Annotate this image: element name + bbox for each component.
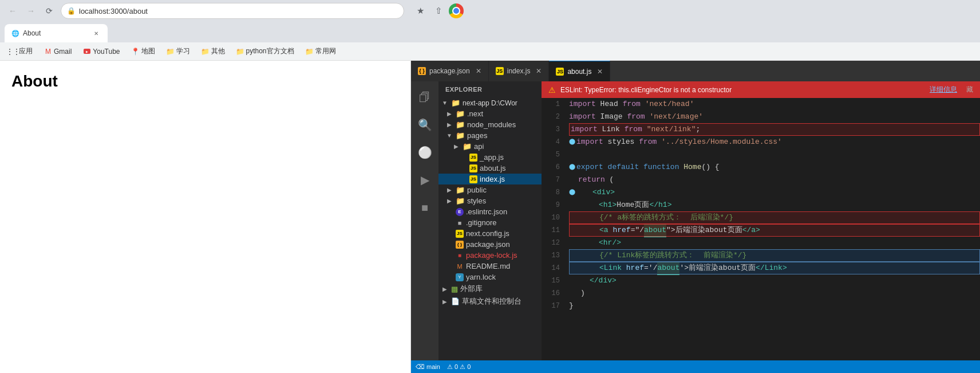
vscode-tab-close-index[interactable]: ✕ [536, 67, 542, 75]
error-banner: ⚠ ESLint: TypeError: this.cliEngineCtor … [542, 81, 980, 98]
vscode-tab-package-json[interactable]: { } package.json ✕ [411, 61, 489, 81]
tree-pages[interactable]: ▼ 📁 pages [438, 130, 542, 141]
tree-drafts[interactable]: ▶ 📄 草稿文件和控制台 [438, 295, 542, 308]
external-arrow: ▶ [441, 286, 449, 292]
tree-packagejson[interactable]: { } package.json [438, 239, 542, 250]
code-editor[interactable]: 1 2 3 4 5 6 7 8 9 10 11 12 13 14 [542, 98, 980, 360]
token-from-3: from [625, 123, 647, 136]
bookmark-youtube[interactable]: YouTube [78, 45, 124, 58]
vscode-tab-close-package[interactable]: ✕ [476, 67, 481, 75]
token-paren: () { [701, 161, 719, 174]
bookmark-python-label: python官方文档 [246, 46, 294, 56]
common-icon: 📁 [306, 48, 314, 56]
tree-eslintrc[interactable]: E .eslintrc.json [438, 206, 542, 217]
code-line-5 [569, 148, 980, 161]
bookmark-button[interactable]: ★ [412, 3, 428, 19]
token-from-2: from [627, 111, 649, 123]
tree-styles[interactable]: ▶ 📁 styles [438, 195, 542, 206]
bookmark-gmail[interactable]: M Gmail [39, 45, 76, 58]
node-modules-label: node_modules [467, 120, 516, 129]
token-close-brace: } [569, 300, 574, 312]
nextconfig-label: next.config.js [466, 229, 509, 238]
tab-favicon: 🌐 [11, 29, 19, 37]
vscode-tab-close-about[interactable]: ✕ [597, 68, 603, 76]
token-link-close: </Link> [756, 262, 787, 274]
token-about-link-14: about [657, 262, 679, 275]
tree-external[interactable]: ▶ ▩ 外部库 [438, 282, 542, 295]
browser-content: About [0, 61, 411, 373]
bookmark-python[interactable]: 📁 python官方文档 [232, 44, 299, 58]
bookmark-study-label: 学习 [176, 46, 190, 56]
root-arrow: ▼ [441, 100, 449, 106]
tree-yarnlock[interactable]: Y yarn.lock [438, 272, 542, 282]
tree-index-js[interactable]: JS index.js [438, 174, 542, 184]
tree-app-js[interactable]: JS _app.js [438, 152, 542, 163]
root-folder-icon: 📁 [451, 99, 460, 107]
tab-close-button[interactable]: ✕ [92, 29, 101, 38]
extensions-button[interactable]: ■ [411, 194, 438, 221]
bookmark-study[interactable]: 📁 学习 [162, 44, 195, 58]
token-close-paren: ) [569, 287, 585, 300]
code-content[interactable]: import Head from 'next/head' import Imag… [564, 98, 980, 360]
back-button[interactable]: ← [5, 3, 21, 19]
vscode-tab-index-js[interactable]: JS index.js ✕ [489, 61, 550, 81]
bookmark-apps-label: 应用 [19, 46, 33, 56]
bookmark-other-label: 其他 [211, 46, 225, 56]
pages-label: pages [467, 131, 487, 140]
nextconfig-icon: JS [456, 230, 464, 238]
line-num-11: 11 [542, 224, 560, 237]
browser-tab-about[interactable]: 🌐 About ✕ [5, 24, 108, 42]
explorer-button[interactable]: 🗍 [411, 84, 438, 111]
line-num-14: 14 [542, 262, 560, 274]
tree-next[interactable]: ▶ 📁 .next [438, 108, 542, 119]
line-num-4: 4 [542, 136, 560, 148]
tree-public[interactable]: ▶ 📁 public [438, 184, 542, 195]
python-icon: 📁 [236, 48, 244, 56]
code-line-7: return ( [569, 174, 980, 186]
other-icon: 📁 [201, 48, 210, 56]
code-line-6: ⬤export default function Home() { [569, 161, 980, 174]
browser-actions: ★ ⇧ [412, 3, 464, 19]
tree-nextconfig[interactable]: JS next.config.js [438, 228, 542, 239]
tree-node-modules[interactable]: ▶ 📁 node_modules [438, 119, 542, 130]
bookmark-other[interactable]: 📁 其他 [197, 44, 230, 58]
vscode-tab-about-js[interactable]: JS about.js ✕ [549, 61, 610, 81]
error-detail-link[interactable]: 详细信息 [930, 85, 957, 95]
tree-api[interactable]: ▶ 📁 api [438, 141, 542, 152]
source-control-button[interactable]: ⚪ [411, 139, 438, 166]
token-eq: ="/ [631, 224, 644, 237]
refresh-button[interactable]: ⟳ [41, 3, 57, 19]
bookmark-common[interactable]: 📁 常用网 [301, 44, 341, 58]
tree-gitignore[interactable]: ■ .gitignore [438, 217, 542, 228]
search-button[interactable]: 🔍 [411, 111, 438, 139]
readme-label: README.md [466, 262, 510, 270]
error-hide-button[interactable]: 藏 [966, 85, 973, 95]
code-line-4: ⬤import styles from '../styles/Home.modu… [569, 136, 980, 148]
address-bar[interactable]: 🔒 localhost:3000/about [61, 3, 404, 19]
forward-button[interactable]: → [23, 3, 39, 19]
nav-buttons: ← → ⟳ [5, 3, 57, 19]
vscode-tabs: { } package.json ✕ JS index.js ✕ JS abou… [411, 61, 610, 81]
file-tree: ▼ 📁 next-app D:\CWor ▶ 📁 .next ▶ 📁 [438, 97, 542, 360]
bookmark-apps[interactable]: ⋮⋮ 应用 [5, 44, 37, 58]
tree-about-js[interactable]: JS about.js [438, 163, 542, 174]
tree-root[interactable]: ▼ 📁 next-app D:\CWor [438, 97, 542, 108]
index-js-icon: JS [469, 175, 477, 183]
bookmark-youtube-label: YouTube [93, 48, 120, 56]
line-num-16: 16 [542, 287, 560, 300]
token-from-1: from [623, 98, 645, 111]
share-button[interactable]: ⇧ [430, 3, 446, 19]
packagelock-label: package-lock.js [466, 251, 517, 260]
next-arrow: ▶ [445, 111, 453, 117]
token-str-2: 'next/image' [649, 111, 703, 123]
token-link-text: 后端渲染about页面 [675, 224, 742, 237]
debug-button[interactable]: ▶ [411, 166, 438, 194]
bookmark-maps[interactable]: 📍 地图 [127, 44, 160, 58]
vscode-status-bar: ⌫ main ⚠ 0 ⚠ 0 [411, 360, 980, 373]
tree-readme[interactable]: M README.md [438, 261, 542, 272]
styles-arrow: ▶ [445, 198, 453, 204]
tree-packagelock[interactable]: ■ package-lock.js [438, 250, 542, 261]
line-num-9: 9 [542, 199, 560, 211]
pkgjson-icon: { } [456, 241, 464, 249]
next-folder-icon: 📁 [456, 109, 465, 118]
